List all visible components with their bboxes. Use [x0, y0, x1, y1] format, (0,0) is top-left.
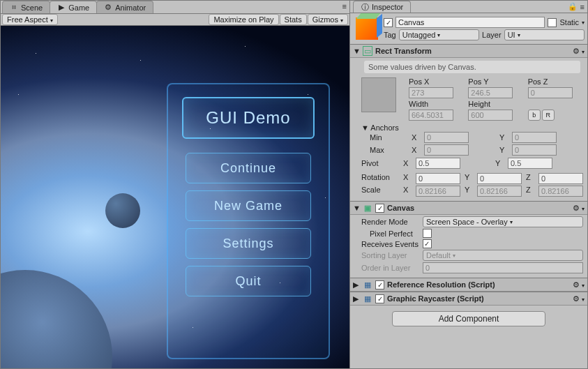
component-enabled-checkbox[interactable] [375, 294, 384, 303]
game-view: GUI Demo Continue New Game Settings Quit [1, 26, 349, 368]
tab-scene[interactable]: ⌗Scene [2, 1, 50, 13]
component-title: Canvas [387, 204, 414, 212]
name-field[interactable] [395, 17, 545, 28]
new-game-button[interactable]: New Game [186, 190, 311, 221]
gear-icon[interactable]: ⚙ ▾ [573, 204, 585, 213]
tab-inspector[interactable]: ⓘ Inspector [353, 1, 411, 13]
receives-events-label: Receives Events [361, 240, 419, 248]
rect-transform-icon: ▭ [363, 46, 372, 56]
foldout-icon[interactable]: ▶ [353, 280, 360, 289]
posz-field[interactable] [528, 87, 573, 98]
chevron-down-icon: ▾ [340, 17, 343, 24]
continue-button[interactable]: Continue [186, 153, 311, 183]
posx-label: Pos X [409, 77, 464, 86]
width-label: Width [409, 100, 464, 108]
gui-title: GUI Demo [182, 97, 315, 139]
tab-label: Inspector [372, 3, 403, 11]
component-enabled-checkbox[interactable] [375, 280, 384, 289]
pixel-perfect-label: Pixel Perfect [361, 229, 419, 238]
pixel-perfect-checkbox[interactable] [423, 229, 432, 238]
aspect-dropdown[interactable]: Free Aspect ▾ [2, 14, 58, 25]
tab-animator[interactable]: ⚙Animator [96, 1, 153, 13]
scale-label: Scale [361, 186, 399, 197]
anchor-max-y[interactable] [512, 144, 557, 156]
component-title: Graphic Raycaster (Script) [387, 294, 484, 303]
layer-label: Layer [482, 31, 502, 39]
gameobject-icon [356, 17, 378, 40]
render-mode-dropdown[interactable]: Screen Space - Overlay [423, 216, 583, 227]
component-title: Reference Resolution (Script) [387, 280, 495, 289]
maximize-button[interactable]: Maximize on Play [209, 14, 278, 25]
anchors-label: Anchors [370, 123, 398, 132]
foldout-icon[interactable]: ▶ [353, 294, 360, 303]
scale-x[interactable] [416, 186, 460, 197]
layer-dropdown[interactable]: UI [504, 29, 585, 40]
static-label: Static [559, 18, 579, 27]
rot-x[interactable] [416, 173, 460, 184]
scale-z[interactable] [538, 186, 583, 197]
foldout-icon[interactable]: ▼ [353, 47, 360, 55]
anchor-min-y[interactable] [512, 132, 557, 143]
active-checkbox[interactable] [384, 18, 393, 27]
canvas-enabled-checkbox[interactable] [375, 204, 384, 213]
raw-button[interactable]: R [542, 110, 555, 121]
chevron-down-icon[interactable]: ▾ [582, 20, 585, 26]
tab-label: Game [68, 3, 89, 12]
posz-label: Pos Z [528, 77, 583, 86]
rot-y[interactable] [477, 173, 522, 184]
rotation-label: Rotation [361, 173, 399, 184]
foldout-icon[interactable]: ▼ [353, 204, 360, 212]
anchor-max-x[interactable] [424, 144, 469, 156]
height-field[interactable] [468, 110, 513, 121]
hint-text: Some values driven by Canvas. [364, 61, 580, 73]
tag-dropdown[interactable]: Untagged [399, 29, 479, 40]
tab-label: Scene [21, 3, 43, 12]
tag-label: Tag [384, 31, 396, 39]
gizmos-button[interactable]: Gizmos ▾ [308, 14, 348, 25]
min-label: Min [370, 133, 407, 142]
posx-field[interactable] [409, 87, 453, 98]
tab-label: Animator [115, 3, 146, 12]
stats-button[interactable]: Stats [280, 14, 307, 25]
tab-game[interactable]: ▶Game [50, 1, 97, 13]
planet-small [105, 193, 140, 228]
order-in-layer-field [423, 262, 583, 273]
static-checkbox[interactable] [548, 18, 557, 27]
max-label: Max [370, 146, 407, 154]
sorting-layer-label: Sorting Layer [361, 251, 419, 259]
panel-menu-icon[interactable]: ≡ [340, 1, 349, 13]
pivot-x[interactable] [416, 158, 460, 169]
anchor-preset[interactable] [361, 77, 396, 112]
foldout-icon[interactable]: ▼ [361, 123, 369, 132]
posy-field[interactable] [468, 87, 513, 98]
game-icon: ▶ [57, 3, 66, 12]
sorting-layer-dropdown: Default [423, 250, 583, 261]
quit-button[interactable]: Quit [186, 266, 311, 296]
settings-button[interactable]: Settings [186, 228, 311, 259]
panel-menu-icon[interactable]: ≡ [580, 3, 585, 11]
pivot-y[interactable] [508, 158, 552, 169]
canvas-icon: ▣ [363, 203, 372, 213]
component-title: Rect Transform [375, 47, 432, 55]
lock-icon[interactable]: 🔒 [568, 2, 578, 11]
gear-icon[interactable]: ⚙ ▾ [573, 294, 585, 303]
info-icon: ⓘ [361, 3, 369, 11]
rot-z[interactable] [538, 173, 583, 184]
pivot-label: Pivot [361, 159, 399, 167]
script-icon: ▦ [363, 280, 372, 289]
gear-icon[interactable]: ⚙ ▾ [573, 47, 585, 56]
gear-icon[interactable]: ⚙ ▾ [573, 280, 585, 289]
render-mode-label: Render Mode [361, 218, 419, 226]
gui-menu-frame: GUI Demo Continue New Game Settings Quit [167, 83, 330, 359]
scale-y[interactable] [477, 186, 522, 197]
order-in-layer-label: Order in Layer [361, 264, 419, 272]
receives-events-checkbox[interactable] [423, 239, 432, 248]
scene-icon: ⌗ [10, 3, 18, 12]
width-field[interactable] [409, 110, 453, 121]
anchor-min-x[interactable] [424, 132, 469, 143]
posy-label: Pos Y [468, 77, 523, 86]
script-icon: ▦ [363, 294, 372, 303]
add-component-button[interactable]: Add Component [392, 311, 545, 326]
blueprint-button[interactable]: b [528, 110, 541, 121]
height-label: Height [468, 100, 523, 108]
